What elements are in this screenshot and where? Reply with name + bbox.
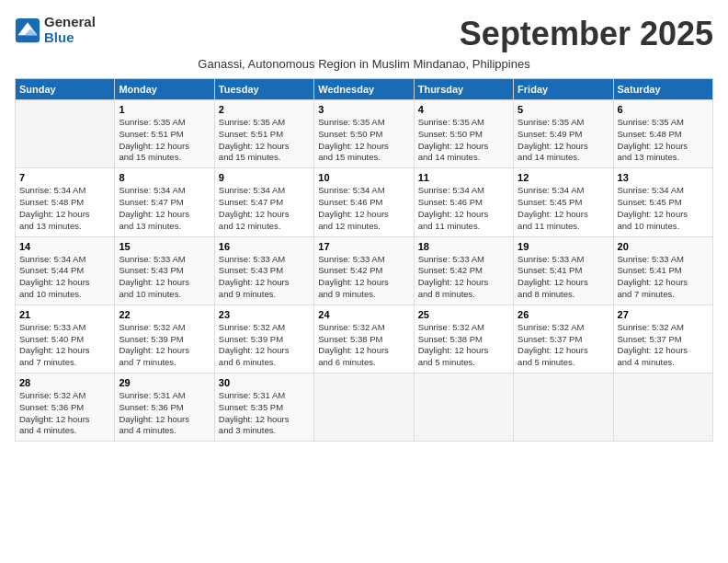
day-number: 6: [618, 104, 709, 115]
day-number: 2: [219, 104, 310, 115]
calendar-header-row: SundayMondayTuesdayWednesdayThursdayFrid…: [16, 79, 713, 100]
calendar-cell: 25Sunrise: 5:32 AM Sunset: 5:38 PM Dayli…: [414, 304, 513, 373]
day-info: Sunrise: 5:32 AM Sunset: 5:39 PM Dayligh…: [219, 322, 310, 369]
day-number: 24: [318, 309, 409, 320]
calendar-cell: [514, 373, 613, 442]
day-info: Sunrise: 5:33 AM Sunset: 5:42 PM Dayligh…: [318, 254, 409, 301]
day-info: Sunrise: 5:33 AM Sunset: 5:41 PM Dayligh…: [518, 254, 609, 301]
calendar-cell: 19Sunrise: 5:33 AM Sunset: 5:41 PM Dayli…: [514, 236, 613, 304]
calendar-week-row: 7Sunrise: 5:34 AM Sunset: 5:48 PM Daylig…: [16, 168, 713, 236]
day-info: Sunrise: 5:34 AM Sunset: 5:46 PM Dayligh…: [318, 185, 409, 232]
calendar-cell: 15Sunrise: 5:33 AM Sunset: 5:43 PM Dayli…: [115, 236, 214, 304]
day-info: Sunrise: 5:32 AM Sunset: 5:38 PM Dayligh…: [318, 322, 409, 369]
day-number: 4: [418, 104, 509, 115]
day-number: 22: [119, 309, 210, 320]
day-number: 7: [19, 172, 110, 183]
logo-text: General Blue: [44, 15, 96, 45]
calendar-cell: 29Sunrise: 5:31 AM Sunset: 5:36 PM Dayli…: [115, 373, 214, 442]
calendar-cell: [613, 373, 712, 442]
day-number: 19: [518, 241, 609, 252]
day-info: Sunrise: 5:34 AM Sunset: 5:46 PM Dayligh…: [418, 185, 509, 232]
calendar-table: SundayMondayTuesdayWednesdayThursdayFrid…: [15, 78, 713, 442]
weekday-header-thursday: Thursday: [414, 79, 513, 100]
day-info: Sunrise: 5:35 AM Sunset: 5:51 PM Dayligh…: [119, 117, 210, 164]
day-number: 18: [418, 241, 509, 252]
calendar-cell: 2Sunrise: 5:35 AM Sunset: 5:51 PM Daylig…: [214, 100, 313, 168]
calendar-cell: 12Sunrise: 5:34 AM Sunset: 5:45 PM Dayli…: [514, 168, 613, 236]
day-info: Sunrise: 5:35 AM Sunset: 5:51 PM Dayligh…: [219, 117, 310, 164]
day-info: Sunrise: 5:34 AM Sunset: 5:48 PM Dayligh…: [19, 185, 110, 232]
calendar-cell: 11Sunrise: 5:34 AM Sunset: 5:46 PM Dayli…: [414, 168, 513, 236]
month-title: September 2025: [460, 15, 713, 53]
day-info: Sunrise: 5:33 AM Sunset: 5:41 PM Dayligh…: [618, 254, 709, 301]
page-header: General Blue September 2025: [15, 15, 713, 53]
calendar-cell: 16Sunrise: 5:33 AM Sunset: 5:43 PM Dayli…: [214, 236, 313, 304]
weekday-header-sunday: Sunday: [16, 79, 115, 100]
calendar-cell: 30Sunrise: 5:31 AM Sunset: 5:35 PM Dayli…: [214, 373, 313, 442]
day-number: 11: [418, 172, 509, 183]
calendar-cell: 26Sunrise: 5:32 AM Sunset: 5:37 PM Dayli…: [514, 304, 613, 373]
calendar-cell: 8Sunrise: 5:34 AM Sunset: 5:47 PM Daylig…: [115, 168, 214, 236]
day-number: 17: [318, 241, 409, 252]
calendar-cell: 23Sunrise: 5:32 AM Sunset: 5:39 PM Dayli…: [214, 304, 313, 373]
calendar-cell: 4Sunrise: 5:35 AM Sunset: 5:50 PM Daylig…: [414, 100, 513, 168]
day-number: 14: [19, 241, 110, 252]
calendar-cell: 9Sunrise: 5:34 AM Sunset: 5:47 PM Daylig…: [214, 168, 313, 236]
day-info: Sunrise: 5:33 AM Sunset: 5:43 PM Dayligh…: [219, 254, 310, 301]
day-number: 5: [518, 104, 609, 115]
calendar-cell: 27Sunrise: 5:32 AM Sunset: 5:37 PM Dayli…: [613, 304, 712, 373]
day-number: 23: [219, 309, 310, 320]
day-info: Sunrise: 5:35 AM Sunset: 5:50 PM Dayligh…: [318, 117, 409, 164]
calendar-cell: [16, 100, 115, 168]
day-number: 9: [219, 172, 310, 183]
day-info: Sunrise: 5:31 AM Sunset: 5:35 PM Dayligh…: [219, 390, 310, 437]
day-number: 13: [618, 172, 709, 183]
calendar-cell: 17Sunrise: 5:33 AM Sunset: 5:42 PM Dayli…: [314, 236, 414, 304]
day-number: 3: [318, 104, 409, 115]
calendar-cell: 18Sunrise: 5:33 AM Sunset: 5:42 PM Dayli…: [414, 236, 513, 304]
day-info: Sunrise: 5:33 AM Sunset: 5:42 PM Dayligh…: [418, 254, 509, 301]
logo: General Blue: [15, 15, 96, 45]
day-info: Sunrise: 5:34 AM Sunset: 5:47 PM Dayligh…: [119, 185, 210, 232]
day-number: 20: [618, 241, 709, 252]
day-info: Sunrise: 5:32 AM Sunset: 5:39 PM Dayligh…: [119, 322, 210, 369]
day-number: 12: [518, 172, 609, 183]
day-number: 25: [418, 309, 509, 320]
weekday-header-tuesday: Tuesday: [214, 79, 313, 100]
day-info: Sunrise: 5:32 AM Sunset: 5:38 PM Dayligh…: [418, 322, 509, 369]
day-number: 26: [518, 309, 609, 320]
day-info: Sunrise: 5:35 AM Sunset: 5:50 PM Dayligh…: [418, 117, 509, 164]
calendar-cell: 5Sunrise: 5:35 AM Sunset: 5:49 PM Daylig…: [514, 100, 613, 168]
calendar-cell: 10Sunrise: 5:34 AM Sunset: 5:46 PM Dayli…: [314, 168, 414, 236]
day-info: Sunrise: 5:32 AM Sunset: 5:36 PM Dayligh…: [19, 390, 110, 437]
day-info: Sunrise: 5:31 AM Sunset: 5:36 PM Dayligh…: [119, 390, 210, 437]
day-info: Sunrise: 5:32 AM Sunset: 5:37 PM Dayligh…: [518, 322, 609, 369]
calendar-cell: 24Sunrise: 5:32 AM Sunset: 5:38 PM Dayli…: [314, 304, 414, 373]
weekday-header-friday: Friday: [514, 79, 613, 100]
calendar-cell: 20Sunrise: 5:33 AM Sunset: 5:41 PM Dayli…: [613, 236, 712, 304]
calendar-cell: 1Sunrise: 5:35 AM Sunset: 5:51 PM Daylig…: [115, 100, 214, 168]
day-info: Sunrise: 5:34 AM Sunset: 5:44 PM Dayligh…: [19, 254, 110, 301]
day-info: Sunrise: 5:34 AM Sunset: 5:45 PM Dayligh…: [618, 185, 709, 232]
calendar-cell: 22Sunrise: 5:32 AM Sunset: 5:39 PM Dayli…: [115, 304, 214, 373]
day-info: Sunrise: 5:35 AM Sunset: 5:49 PM Dayligh…: [518, 117, 609, 164]
day-number: 8: [119, 172, 210, 183]
calendar-week-row: 21Sunrise: 5:33 AM Sunset: 5:40 PM Dayli…: [16, 304, 713, 373]
day-number: 21: [19, 309, 110, 320]
day-number: 16: [219, 241, 310, 252]
calendar-body: 1Sunrise: 5:35 AM Sunset: 5:51 PM Daylig…: [16, 100, 713, 442]
calendar-cell: 7Sunrise: 5:34 AM Sunset: 5:48 PM Daylig…: [16, 168, 115, 236]
weekday-header-saturday: Saturday: [613, 79, 712, 100]
calendar-cell: 21Sunrise: 5:33 AM Sunset: 5:40 PM Dayli…: [16, 304, 115, 373]
day-number: 30: [219, 377, 310, 388]
calendar-cell: 6Sunrise: 5:35 AM Sunset: 5:48 PM Daylig…: [613, 100, 712, 168]
day-info: Sunrise: 5:33 AM Sunset: 5:43 PM Dayligh…: [119, 254, 210, 301]
day-number: 28: [19, 377, 110, 388]
calendar-cell: 13Sunrise: 5:34 AM Sunset: 5:45 PM Dayli…: [613, 168, 712, 236]
logo-icon: [15, 17, 40, 43]
day-info: Sunrise: 5:34 AM Sunset: 5:47 PM Dayligh…: [219, 185, 310, 232]
calendar-cell: 14Sunrise: 5:34 AM Sunset: 5:44 PM Dayli…: [16, 236, 115, 304]
calendar-subtitle: Ganassi, Autonomous Region in Muslim Min…: [15, 57, 713, 71]
calendar-week-row: 14Sunrise: 5:34 AM Sunset: 5:44 PM Dayli…: [16, 236, 713, 304]
calendar-cell: [314, 373, 414, 442]
